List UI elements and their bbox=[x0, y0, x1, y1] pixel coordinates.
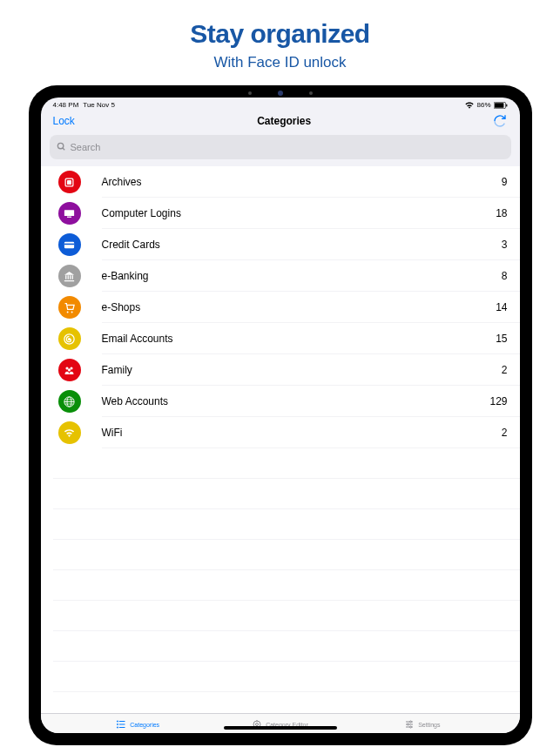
refresh-icon bbox=[493, 114, 507, 128]
list-item[interactable]: Computer Logins 18 bbox=[41, 198, 520, 229]
category-count: 3 bbox=[502, 239, 508, 251]
category-count: 2 bbox=[502, 364, 508, 376]
lock-button[interactable]: Lock bbox=[53, 115, 75, 127]
nav-bar: Lock Categories bbox=[41, 111, 520, 135]
empty-row bbox=[41, 631, 520, 662]
svg-rect-2 bbox=[506, 104, 507, 106]
email-icon bbox=[58, 327, 81, 350]
category-label: Credit Cards bbox=[102, 239, 502, 251]
list-item[interactable]: Credit Cards 3 bbox=[41, 229, 520, 260]
search-icon bbox=[57, 139, 66, 155]
empty-row bbox=[41, 540, 520, 570]
list-item[interactable]: e-Banking 8 bbox=[41, 260, 520, 292]
device-frame: 4:48 PM Tue Nov 5 86% Lock Categories bbox=[29, 85, 532, 745]
empty-row bbox=[41, 692, 520, 713]
svg-point-3 bbox=[57, 143, 63, 148]
page-subtitle: With Face ID unlock bbox=[0, 54, 560, 71]
list-item[interactable]: Archives 9 bbox=[41, 166, 520, 198]
search-input[interactable]: Search bbox=[50, 135, 511, 159]
tab-settings[interactable]: Settings bbox=[351, 719, 493, 730]
wifi-icon bbox=[465, 102, 474, 109]
empty-row bbox=[41, 509, 520, 540]
cart-icon bbox=[58, 296, 81, 319]
list-item[interactable]: Family 2 bbox=[41, 354, 520, 386]
empty-row bbox=[41, 570, 520, 601]
bank-icon bbox=[58, 265, 81, 287]
refresh-button[interactable] bbox=[493, 114, 507, 128]
page-title: Stay organized bbox=[0, 19, 560, 49]
empty-row bbox=[41, 479, 520, 509]
category-count: 2 bbox=[502, 427, 508, 439]
category-count: 18 bbox=[496, 207, 507, 219]
status-bar: 4:48 PM Tue Nov 5 86% bbox=[41, 98, 520, 111]
svg-rect-1 bbox=[494, 103, 503, 108]
card-icon bbox=[58, 233, 81, 256]
battery-icon bbox=[494, 102, 508, 109]
tab-categories[interactable]: Categories bbox=[67, 719, 209, 730]
wifi-icon bbox=[58, 421, 81, 444]
list-item[interactable]: WiFi 2 bbox=[41, 417, 520, 448]
tab-icon bbox=[116, 719, 126, 730]
device-screen: 4:48 PM Tue Nov 5 86% Lock Categories bbox=[41, 98, 520, 733]
category-list[interactable]: Archives 9 Computer Logins 18 Credit Car… bbox=[41, 166, 520, 713]
category-count: 9 bbox=[502, 176, 508, 188]
status-time: 4:48 PM bbox=[53, 101, 79, 109]
category-count: 129 bbox=[489, 395, 507, 407]
category-label: e-Banking bbox=[102, 270, 502, 282]
svg-line-4 bbox=[62, 148, 64, 150]
category-label: Computer Logins bbox=[102, 207, 496, 219]
category-label: Family bbox=[102, 364, 502, 376]
list-item[interactable]: Web Accounts 129 bbox=[41, 386, 520, 417]
home-indicator[interactable] bbox=[224, 726, 337, 730]
category-count: 14 bbox=[496, 301, 507, 313]
empty-row bbox=[41, 448, 520, 479]
category-label: Archives bbox=[102, 176, 502, 188]
category-label: Web Accounts bbox=[102, 395, 490, 407]
category-count: 8 bbox=[502, 270, 508, 282]
category-label: e-Shops bbox=[102, 301, 496, 313]
category-label: Email Accounts bbox=[102, 333, 496, 345]
device-notch bbox=[248, 91, 313, 96]
category-count: 15 bbox=[496, 333, 507, 345]
tab-icon bbox=[404, 719, 415, 730]
status-date: Tue Nov 5 bbox=[83, 101, 115, 109]
search-placeholder: Search bbox=[71, 142, 101, 152]
empty-row bbox=[41, 601, 520, 631]
tab-label: Settings bbox=[418, 722, 440, 728]
tab-bar: Categories Category Editor Settings bbox=[41, 713, 520, 733]
computer-icon bbox=[58, 202, 81, 225]
status-battery: 86% bbox=[476, 101, 490, 109]
family-icon bbox=[58, 359, 81, 381]
nav-title: Categories bbox=[257, 115, 311, 127]
globe-icon bbox=[58, 390, 81, 413]
tab-label: Categories bbox=[130, 722, 159, 728]
archive-icon bbox=[58, 171, 81, 193]
list-item[interactable]: e-Shops 14 bbox=[41, 292, 520, 323]
category-label: WiFi bbox=[102, 427, 502, 439]
empty-row bbox=[41, 662, 520, 692]
list-item[interactable]: Email Accounts 15 bbox=[41, 323, 520, 354]
marketing-header: Stay organized With Face ID unlock bbox=[0, 0, 560, 80]
